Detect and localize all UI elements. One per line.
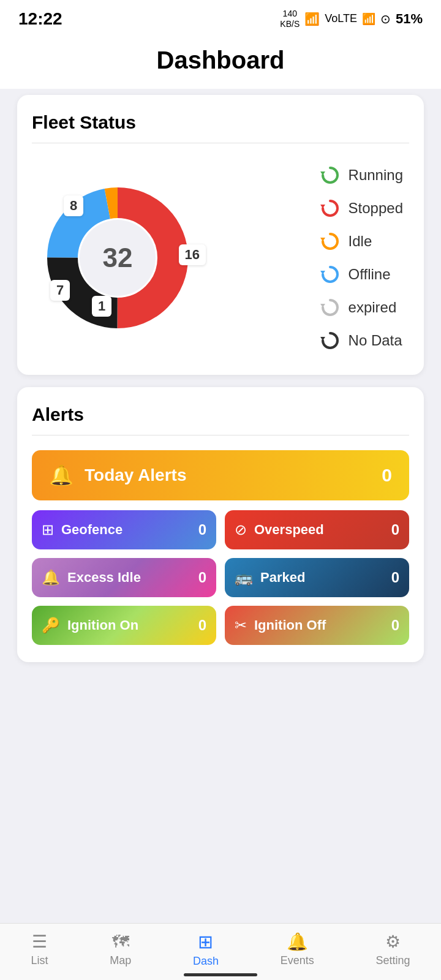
expired-icon <box>319 296 341 318</box>
bottom-nav: ☰ List 🗺 Map ⊞ Dash 🔔 Events ⚙ Setting <box>0 923 441 980</box>
ignition-off-icon: ✂ <box>235 617 247 634</box>
legend-item-nodata: No Data <box>319 330 403 352</box>
lte-icon: 📶 <box>362 12 375 26</box>
svg-marker-2 <box>320 238 325 241</box>
alerts-title: Alerts <box>32 404 409 425</box>
nav-list[interactable]: ☰ List <box>24 932 54 967</box>
parked-label: Parked <box>260 570 384 586</box>
today-alerts-bell-icon: 🔔 <box>49 464 74 487</box>
svg-marker-5 <box>320 337 325 341</box>
home-indicator <box>184 973 257 976</box>
legend-item-offline: Offline <box>319 263 403 285</box>
legend-offline-label: Offline <box>349 266 391 283</box>
status-bar: 12:22 140KB/S 📶 VoLTE 📶 ⊙ 51% <box>0 0 441 34</box>
battery-icon: ⊙ <box>380 12 391 26</box>
excess-idle-button[interactable]: 🔔 Excess Idle 0 <box>32 558 216 597</box>
geofence-icon: ⊞ <box>42 521 54 538</box>
page-title: Dashboard <box>0 47 441 74</box>
legend-item-idle: Idle <box>319 230 403 252</box>
nav-map[interactable]: 🗺 Map <box>104 932 137 967</box>
nav-dash-label: Dash <box>193 955 219 968</box>
overspeed-button[interactable]: ⊘ Overspeed 0 <box>225 510 409 549</box>
donut-center-value: 32 <box>103 243 133 273</box>
svg-marker-0 <box>320 172 325 175</box>
dash-nav-icon: ⊞ <box>198 931 213 952</box>
legend-item-running: Running <box>319 164 403 186</box>
idle-icon <box>319 230 341 252</box>
legend-idle-label: Idle <box>349 233 372 250</box>
parked-button[interactable]: 🚌 Parked 0 <box>225 558 409 597</box>
alerts-divider <box>32 435 409 435</box>
ignition-off-button[interactable]: ✂ Ignition Off 0 <box>225 606 409 645</box>
ignition-on-label: Ignition On <box>67 617 191 633</box>
today-alerts-label: Today Alerts <box>85 466 371 485</box>
legend-nodata-label: No Data <box>349 332 402 349</box>
nav-events-label: Events <box>281 954 314 967</box>
alert-grid: ⊞ Geofence 0 ⊘ Overspeed 0 🔔 Excess Idle… <box>32 510 409 645</box>
events-nav-icon: 🔔 <box>287 932 308 952</box>
svg-marker-4 <box>320 304 325 307</box>
seg-label-running: 16 <box>179 244 206 265</box>
geofence-label: Geofence <box>61 522 191 538</box>
excess-idle-icon: 🔔 <box>42 569 60 586</box>
ignition-off-label: Ignition Off <box>254 617 384 633</box>
alerts-card: Alerts 🔔 Today Alerts 0 ⊞ Geofence 0 ⊘ O… <box>17 387 424 662</box>
geofence-count: 0 <box>198 521 206 538</box>
nodata-icon <box>319 330 341 352</box>
ignition-on-button[interactable]: 🔑 Ignition On 0 <box>32 606 216 645</box>
legend-item-stopped: Stopped <box>319 197 403 219</box>
fleet-status-title: Fleet Status <box>32 112 409 133</box>
fleet-divider <box>32 143 409 143</box>
today-alerts-count: 0 <box>382 465 392 486</box>
main-content: Fleet Status 32 <box>0 89 441 754</box>
wifi-icon: 📶 <box>304 12 320 26</box>
parked-icon: 🚌 <box>235 569 253 586</box>
page-header: Dashboard <box>0 34 441 89</box>
donut-chart: 32 8 16 7 1 <box>38 178 197 337</box>
nav-dash[interactable]: ⊞ Dash <box>187 931 225 968</box>
parked-count: 0 <box>391 569 399 586</box>
kb-speed: 140KB/S <box>280 9 300 29</box>
legend-stopped-label: Stopped <box>349 200 403 217</box>
seg-label-stopped: 8 <box>64 195 83 216</box>
fleet-status-card: Fleet Status 32 <box>17 95 424 375</box>
nav-setting[interactable]: ⚙ Setting <box>370 932 417 967</box>
list-nav-icon: ☰ <box>32 932 47 952</box>
nav-list-label: List <box>31 954 48 967</box>
status-time: 12:22 <box>18 9 62 29</box>
overspeed-count: 0 <box>391 521 399 538</box>
signal-icon: VoLTE <box>325 12 357 25</box>
nav-events[interactable]: 🔔 Events <box>274 932 320 967</box>
status-icons: 140KB/S 📶 VoLTE 📶 ⊙ 51% <box>280 9 423 29</box>
svg-marker-1 <box>320 205 325 208</box>
overspeed-icon: ⊘ <box>235 521 247 538</box>
nav-setting-label: Setting <box>376 954 410 967</box>
seg-label-idle: 1 <box>92 296 111 317</box>
ignition-off-count: 0 <box>391 617 399 634</box>
setting-nav-icon: ⚙ <box>385 932 401 952</box>
seg-label-offline: 7 <box>50 280 70 301</box>
map-nav-icon: 🗺 <box>112 932 129 952</box>
offline-icon <box>319 263 341 285</box>
today-alerts-button[interactable]: 🔔 Today Alerts 0 <box>32 450 409 500</box>
nav-map-label: Map <box>110 954 131 967</box>
fleet-chart-area: 32 8 16 7 1 Running <box>32 158 409 358</box>
overspeed-label: Overspeed <box>254 522 384 538</box>
ignition-on-count: 0 <box>198 617 206 634</box>
fleet-legend: Running Stopped Idle <box>319 164 409 352</box>
excess-idle-count: 0 <box>198 569 206 586</box>
legend-item-expired: expired <box>319 296 403 318</box>
ignition-on-icon: 🔑 <box>42 617 60 634</box>
geofence-button[interactable]: ⊞ Geofence 0 <box>32 510 216 549</box>
excess-idle-label: Excess Idle <box>67 570 191 586</box>
svg-marker-3 <box>320 271 325 274</box>
legend-expired-label: expired <box>349 299 397 316</box>
stopped-icon <box>319 197 341 219</box>
battery-level: 51% <box>396 11 423 27</box>
running-icon <box>319 164 341 186</box>
legend-running-label: Running <box>349 167 403 184</box>
